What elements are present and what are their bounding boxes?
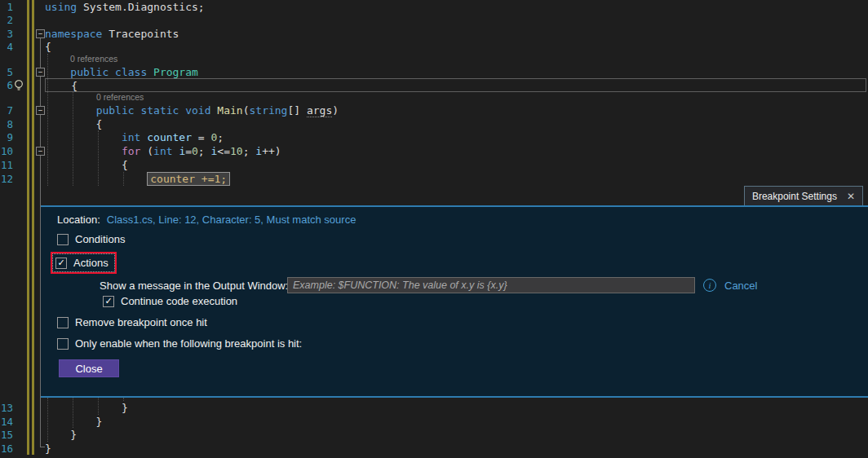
remove-breakpoint-label: Remove breakpoint once hit	[75, 316, 207, 328]
line-number: 10	[0, 144, 13, 158]
code-line[interactable]	[45, 13, 866, 27]
continue-execution-checkbox[interactable]: ✓	[103, 296, 114, 307]
code-line[interactable]: }	[45, 442, 866, 456]
line-number: 13	[0, 401, 13, 415]
breakpoint-settings-body: Location: Class1.cs, Line: 12, Character…	[41, 205, 868, 398]
actions-row: ✓ Actions	[51, 252, 117, 274]
remove-breakpoint-checkbox[interactable]	[57, 317, 69, 328]
fold-marker-icon[interactable]: −	[36, 106, 45, 115]
only-enable-label: Only enable when the following breakpoin…	[75, 337, 302, 350]
location-label: Location:	[57, 214, 100, 226]
breakpoint-settings-window: Breakpoint Settings ✕ Location: Class1.c…	[41, 186, 868, 398]
conditions-checkbox[interactable]	[57, 234, 69, 245]
line-number: 3	[0, 27, 13, 41]
location-link[interactable]: Class1.cs, Line: 12, Character: 5, Must …	[107, 214, 356, 226]
line-number: 14	[0, 415, 13, 429]
only-enable-checkbox[interactable]	[57, 338, 69, 350]
message-label-row: Show a message in the Output Window:	[100, 280, 288, 292]
line-number: 16	[0, 442, 13, 456]
line-number: 2	[0, 13, 13, 27]
line-number: 6	[0, 78, 13, 92]
close-button[interactable]: Close	[59, 359, 119, 377]
peek-tab-label: Breakpoint Settings	[752, 191, 837, 202]
code-line[interactable]: public static void Main(string[] args)	[45, 103, 866, 117]
code-line[interactable]: }	[45, 415, 866, 429]
code-line[interactable]: {	[45, 40, 866, 54]
code-line[interactable]: }	[45, 401, 866, 415]
lightbulb-icon[interactable]	[13, 79, 24, 92]
vs-editor-window: 123−45−67−8910−111213141516 using System…	[0, 0, 868, 458]
fold-marker-icon[interactable]: −	[36, 29, 45, 38]
code-line[interactable]: for (int i=0; i<=10; i++)	[45, 144, 866, 158]
conditions-label: Conditions	[75, 233, 125, 245]
actions-checkbox[interactable]: ✓	[55, 258, 67, 269]
line-number: 7	[0, 103, 13, 117]
track-changes-bar	[32, 0, 34, 455]
info-icon[interactable]: i	[703, 279, 716, 292]
breakpoint-settings-tab[interactable]: Breakpoint Settings ✕	[744, 186, 863, 205]
code-line[interactable]: }	[45, 428, 866, 442]
close-icon[interactable]: ✕	[847, 191, 855, 202]
codelens-references[interactable]: 0 references	[96, 92, 144, 102]
actions-label: Actions	[73, 257, 108, 269]
code-line[interactable]: {	[45, 117, 866, 131]
tracepoint-highlight: counter +=1;	[147, 172, 230, 186]
code-line[interactable]: {	[45, 158, 866, 172]
line-number: 8	[0, 117, 13, 131]
track-changes-bar	[27, 0, 29, 455]
line-number: 1	[0, 0, 13, 14]
line-number: 11	[0, 158, 13, 172]
code-line[interactable]: namespace Tracepoints	[45, 27, 866, 41]
continue-execution-label: Continue code execution	[121, 295, 237, 307]
line-number: 4	[0, 40, 13, 54]
message-input[interactable]	[287, 277, 695, 293]
code-line[interactable]: int counter = 0;	[45, 130, 866, 144]
actions-focus-rect: ✓ Actions	[52, 253, 115, 272]
line-number: 9	[0, 130, 13, 144]
cancel-link[interactable]: Cancel	[724, 280, 757, 292]
location-row: Location: Class1.cs, Line: 12, Character…	[57, 214, 356, 226]
only-enable-row: Only enable when the following breakpoin…	[57, 337, 302, 350]
continue-row: ✓ Continue code execution	[103, 295, 237, 307]
line-number: 15	[0, 428, 13, 442]
codelens-references[interactable]: 0 references	[70, 54, 117, 64]
remove-breakpoint-row: Remove breakpoint once hit	[57, 316, 207, 328]
code-line[interactable]: counter +=1;	[45, 172, 866, 186]
fold-marker-icon[interactable]: −	[36, 147, 45, 156]
message-label: Show a message in the Output Window:	[100, 280, 288, 292]
fold-marker-icon[interactable]: −	[36, 68, 45, 77]
code-line[interactable]: {	[45, 78, 866, 92]
code-line[interactable]: using System.Diagnostics;	[45, 0, 866, 14]
code-line[interactable]: public class Program	[45, 65, 866, 79]
line-number: 5	[0, 65, 13, 79]
conditions-row: Conditions	[57, 233, 125, 245]
line-number: 12	[0, 172, 13, 186]
annotation-red-box: ✓ Actions	[51, 252, 117, 274]
